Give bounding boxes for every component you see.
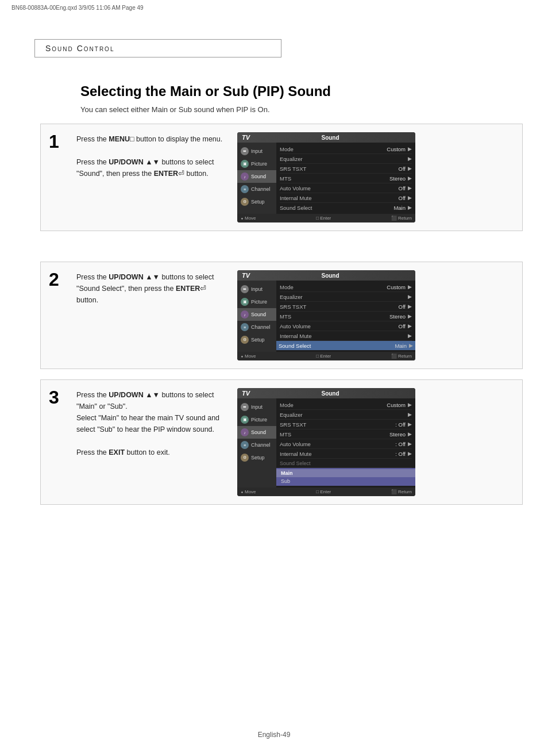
- footer-return: ⬛Return: [391, 216, 412, 221]
- sidebar-picture-2: ▣ Picture: [237, 296, 276, 308]
- sidebar-picture: ▣ Picture: [237, 158, 276, 170]
- step-3-number: 3: [49, 388, 65, 496]
- step-2-number: 2: [49, 270, 65, 360]
- menu-row-select: Sound Select Main ▶: [280, 203, 412, 212]
- step-1-text: Press the MENU□ button to display the me…: [76, 132, 226, 222]
- menu-row-mode-2: Mode Custom ▶: [280, 282, 412, 292]
- step-3-box: 3 Press the UP/DOWN ▲▼ buttons to select…: [40, 379, 523, 505]
- sidebar-channel-2: ≡ Channel: [237, 321, 276, 333]
- step-2-screen: TV Sound ⬌ Input ▣ Picture ♪ Sound ≡: [237, 270, 415, 360]
- sidebar-picture-3: ▣ Picture: [237, 413, 276, 426]
- menu-row-equalizer: Equalizer ▶: [280, 154, 412, 164]
- menu-row-autovol-3: Auto Volume : Off ▶: [280, 439, 412, 449]
- footer-return-3: ⬛Return: [391, 489, 412, 494]
- menu-row-mts: MTS Stereo ▶: [280, 174, 412, 183]
- footer-move-2: ⬥Move: [241, 354, 256, 359]
- footer-enter-2: □Enter: [316, 354, 331, 359]
- footer-move-3: ⬥Move: [241, 489, 256, 494]
- menu-row-equalizer-2: Equalizer ▶: [280, 292, 412, 302]
- menu-row-srs-2: SRS TSXT Off ▶: [280, 302, 412, 312]
- menu-row-srs-3: SRS TSXT : Off ▶: [280, 420, 412, 429]
- footer-return-2: ⬛Return: [391, 354, 412, 359]
- sidebar-setup: ⚙ Setup: [237, 195, 276, 208]
- menu-row-select-2: Sound Select Main ▶: [276, 341, 415, 350]
- sidebar-channel: ≡ Channel: [237, 183, 276, 195]
- step-3-text: Press the UP/DOWN ▲▼ buttons to select "…: [76, 388, 226, 496]
- sound-control-title: Sound Control: [45, 44, 114, 53]
- sidebar-input-3: ⬌ Input: [237, 401, 276, 413]
- sidebar-input-2: ⬌ Input: [237, 283, 276, 296]
- step-1-box: 1 Press the MENU□ button to display the …: [40, 124, 523, 231]
- sidebar-setup-3: ⚙ Setup: [237, 451, 276, 464]
- sidebar-sound: ♪ Sound: [237, 170, 276, 183]
- step-1-number: 1: [49, 132, 65, 222]
- page-footer: English-49: [0, 731, 548, 739]
- sound-control-box: Sound Control: [34, 39, 281, 57]
- step-3-screen: TV Sound ⬌ Input ▣ Picture ♪ Sound ≡: [237, 388, 415, 496]
- menu-row-equalizer-3: Equalizer ▶: [280, 410, 412, 420]
- footer-move: ⬥Move: [241, 216, 256, 221]
- step-1-screen: TV Sound ⬌ Input ▣ Picture ♪ Sound ≡: [237, 132, 415, 222]
- dropdown-popup: Main Sub: [276, 468, 415, 486]
- menu-row-mode-3: Mode Custom ▶: [280, 400, 412, 410]
- menu-row-mts-3: MTS Stereo ▶: [280, 429, 412, 439]
- sidebar-sound-3: ♪ Sound: [237, 426, 276, 439]
- menu-row-mute: Internal Mute Off ▶: [280, 193, 412, 203]
- dropdown-main: Main: [276, 469, 415, 477]
- sidebar-sound-2: ♪ Sound: [237, 308, 276, 321]
- menu-row-autovol-2: Auto Volume Off ▶: [280, 321, 412, 331]
- menu-row-mute-2: Internal Mute ▶: [280, 331, 412, 341]
- menu-row-mode: Mode Custom ▶: [280, 144, 412, 154]
- menu-row-srs: SRS TSXT Off ▶: [280, 164, 412, 174]
- sidebar-input: ⬌ Input: [237, 145, 276, 158]
- footer-enter: □Enter: [316, 216, 331, 221]
- sidebar-channel-3: ≡ Channel: [237, 439, 276, 451]
- step-2-text: Press the UP/DOWN ▲▼ buttons to select "…: [76, 270, 226, 360]
- dropdown-sub: Sub: [281, 477, 411, 485]
- footer-enter-3: □Enter: [316, 489, 331, 494]
- menu-row-mute-3: Internal Mute : Off ▶: [280, 449, 412, 459]
- menu-row-autovol: Auto Volume Off ▶: [280, 183, 412, 193]
- menu-row-select-3: Sound Select: [280, 459, 412, 468]
- page-title: Selecting the Main or Sub (PIP) Sound: [80, 83, 331, 99]
- menu-row-mts-2: MTS Stereo ▶: [280, 312, 412, 321]
- page-subtitle: You can select either Main or Sub sound …: [80, 105, 270, 114]
- file-info: BN68-00883A-00Eng.qxd 3/9/05 11:06 AM Pa…: [11, 5, 144, 11]
- step-2-box: 2 Press the UP/DOWN ▲▼ buttons to select…: [40, 262, 523, 369]
- sidebar-setup-2: ⚙ Setup: [237, 333, 276, 346]
